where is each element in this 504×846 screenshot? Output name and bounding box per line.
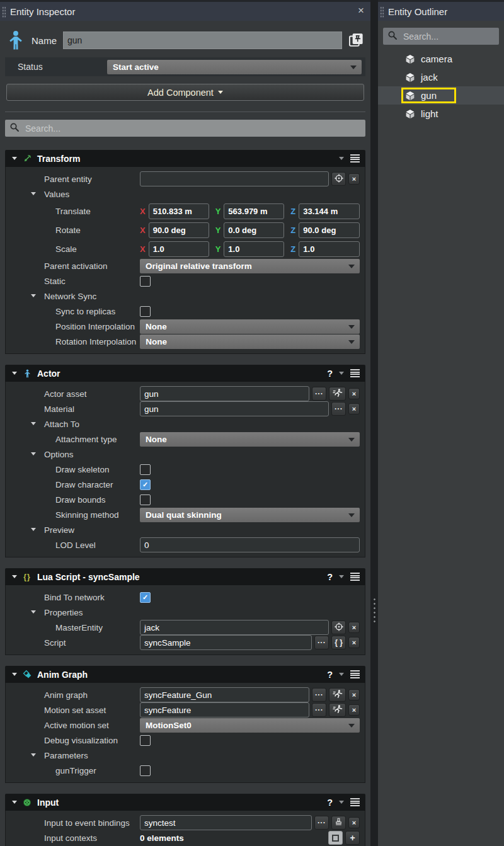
dropdown[interactable]: None <box>140 319 360 334</box>
dropdown[interactable]: None <box>140 432 360 447</box>
inspector-search[interactable] <box>5 120 365 137</box>
collapse-triangle-icon[interactable] <box>12 372 17 375</box>
clear-button[interactable]: × <box>348 817 360 828</box>
collapse-triangle-icon[interactable] <box>12 673 17 676</box>
help-button[interactable]: ? <box>327 572 333 582</box>
clear-button[interactable]: × <box>348 403 360 414</box>
checkbox[interactable] <box>140 306 151 317</box>
entity-outliner-titlebar[interactable]: Entity Outliner <box>378 0 504 21</box>
dropdown[interactable]: Original relative transform <box>140 259 360 273</box>
checkbox[interactable] <box>140 276 151 287</box>
entity-name-input[interactable] <box>63 31 342 49</box>
clear-button[interactable]: × <box>348 173 360 185</box>
text-field[interactable]: synctest <box>140 815 312 830</box>
close-panel-button[interactable]: × <box>358 4 364 18</box>
text-field[interactable]: syncFeature <box>140 702 309 717</box>
collapse-triangle-icon[interactable] <box>12 801 17 804</box>
section-header-lua-script[interactable]: {}Lua Script - syncSample? <box>5 568 365 585</box>
text-field[interactable]: jack <box>140 620 329 635</box>
collapse-triangle-icon[interactable] <box>12 157 17 160</box>
browse-button[interactable]: ... <box>314 636 329 649</box>
text-field[interactable]: gun <box>140 386 309 401</box>
checkbox[interactable] <box>140 464 151 475</box>
clear-button[interactable]: × <box>348 637 360 648</box>
group-collapse-icon[interactable] <box>31 610 36 614</box>
outliner-search-input[interactable] <box>402 31 495 42</box>
y-axis-input[interactable]: 1.0 <box>224 241 284 257</box>
container-options-button[interactable] <box>328 831 343 845</box>
entity-list-item[interactable]: jack <box>378 68 504 86</box>
clear-button[interactable]: × <box>348 704 360 716</box>
group-collapse-icon[interactable] <box>31 422 36 425</box>
browse-button[interactable]: ... <box>312 688 326 702</box>
animation-editor-button[interactable] <box>329 703 346 717</box>
section-header-actor[interactable]: Actor? <box>5 365 365 382</box>
edit-bindings-button[interactable] <box>331 816 346 830</box>
help-button[interactable]: ? <box>327 369 333 379</box>
collapse-triangle-icon[interactable] <box>12 575 17 578</box>
checkbox[interactable] <box>140 735 151 746</box>
checkbox[interactable]: ✓ <box>140 592 151 603</box>
pick-entity-button[interactable] <box>331 172 346 186</box>
panel-splitter[interactable] <box>370 0 378 846</box>
add-component-button[interactable]: Add Component <box>6 84 364 101</box>
x-axis-input[interactable]: 1.0 <box>149 241 209 257</box>
entity-list-item[interactable]: light <box>378 105 504 123</box>
section-options-caret-icon[interactable] <box>339 801 344 804</box>
x-axis-input[interactable]: 510.833 m <box>149 203 209 219</box>
group-collapse-icon[interactable] <box>31 528 36 531</box>
inspector-search-input[interactable] <box>24 123 361 134</box>
section-options-caret-icon[interactable] <box>339 673 344 676</box>
help-button[interactable]: ? <box>327 670 333 680</box>
text-field[interactable]: 0 <box>140 537 360 552</box>
section-header-input[interactable]: Input? <box>5 794 365 811</box>
text-field[interactable]: syncSample <box>140 635 312 650</box>
splitter-handle-icon[interactable] <box>373 597 376 624</box>
dropdown[interactable]: MotionSet0 <box>140 718 360 733</box>
section-options-caret-icon[interactable] <box>339 372 344 375</box>
entity-inspector-titlebar[interactable]: Entity Inspector × <box>0 0 370 21</box>
clear-button[interactable]: × <box>348 689 360 700</box>
checkbox[interactable] <box>140 494 151 505</box>
entity-list-item[interactable]: camera <box>378 50 504 68</box>
section-menu-icon[interactable] <box>350 369 360 377</box>
group-collapse-icon[interactable] <box>31 192 36 195</box>
entity-list-item[interactable]: gun <box>378 86 504 105</box>
z-axis-input[interactable]: 1.0 <box>299 241 360 257</box>
dropdown[interactable]: Dual quat skinning <box>140 508 360 522</box>
animation-editor-button[interactable] <box>329 688 346 702</box>
section-header-anim-graph[interactable]: Anim Graph? <box>5 666 365 683</box>
text-field[interactable] <box>140 171 329 186</box>
z-axis-input[interactable]: 33.144 m <box>299 203 360 219</box>
browse-button[interactable]: ... <box>312 387 326 401</box>
group-collapse-icon[interactable] <box>31 294 36 297</box>
section-options-caret-icon[interactable] <box>339 157 344 160</box>
x-axis-input[interactable]: 90.0 deg <box>149 222 209 238</box>
panel-drag-handle-icon[interactable] <box>380 6 384 18</box>
outliner-search[interactable] <box>383 28 499 45</box>
text-field[interactable]: syncFeature_Gun <box>140 687 309 702</box>
checkbox[interactable]: ✓ <box>140 479 151 490</box>
group-collapse-icon[interactable] <box>31 452 36 455</box>
section-options-caret-icon[interactable] <box>339 575 344 578</box>
status-dropdown[interactable]: Start active <box>107 60 362 74</box>
help-button[interactable]: ? <box>327 797 333 808</box>
clear-button[interactable]: × <box>348 388 360 399</box>
browse-button[interactable]: ... <box>314 816 329 830</box>
y-axis-input[interactable]: 563.979 m <box>224 203 284 219</box>
text-field[interactable]: gun <box>140 401 329 416</box>
dropdown[interactable]: None <box>140 334 360 349</box>
browse-button[interactable]: ... <box>312 703 326 717</box>
pick-entity-button[interactable] <box>331 620 346 634</box>
clear-button[interactable]: × <box>348 622 360 633</box>
checkbox[interactable] <box>140 765 151 776</box>
animation-editor-button[interactable] <box>329 387 346 401</box>
section-menu-icon[interactable] <box>350 670 360 678</box>
panel-drag-handle-icon[interactable] <box>2 6 6 18</box>
section-menu-icon[interactable] <box>350 573 360 581</box>
edit-script-button[interactable]: { } <box>331 636 346 649</box>
z-axis-input[interactable]: 90.0 deg <box>299 222 360 238</box>
section-header-transform[interactable]: Transform <box>5 150 365 167</box>
section-menu-icon[interactable] <box>350 154 360 163</box>
add-element-button[interactable]: + <box>345 831 360 845</box>
